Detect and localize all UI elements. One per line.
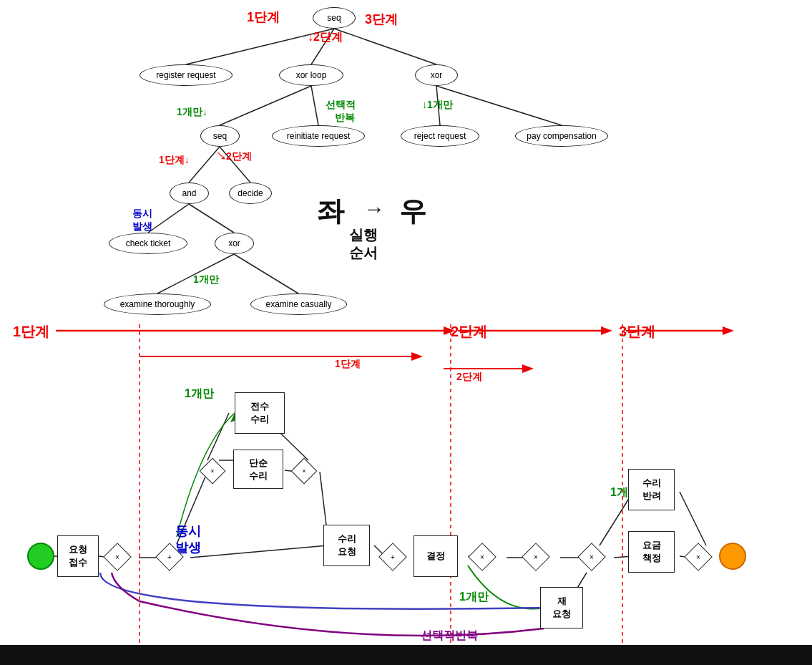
annot-2stage-mid: ↘2단계 bbox=[216, 150, 252, 163]
start-circle bbox=[27, 543, 54, 570]
svg-line-9 bbox=[148, 204, 189, 233]
node-examine-thoroughly: examine thoroughly bbox=[104, 293, 211, 315]
diamond-6: × bbox=[469, 543, 496, 571]
svg-line-10 bbox=[189, 204, 234, 233]
svg-line-2 bbox=[334, 29, 436, 64]
annot-selective: 선택적 bbox=[326, 99, 356, 112]
rect-re-request: 재요청 bbox=[540, 587, 583, 628]
annot-1only-right: ↓1개만 bbox=[422, 99, 453, 112]
diamond-7: × bbox=[522, 543, 549, 571]
svg-line-6 bbox=[436, 86, 562, 125]
annot-1stage-mid: 1단계↓ bbox=[159, 154, 190, 167]
rect-request-receive: 요청접수 bbox=[57, 535, 99, 577]
diamond-8: × bbox=[578, 543, 605, 571]
rect-suri-request: 수리요청 bbox=[323, 525, 370, 566]
node-decide: decide bbox=[229, 183, 272, 204]
svg-line-7 bbox=[189, 147, 220, 183]
annot-left: 좌 bbox=[317, 193, 344, 230]
rect-jeonsu-suri: 전수수리 bbox=[235, 392, 285, 434]
bottom-bar bbox=[0, 645, 812, 665]
annot-selective-repeat: 선택적반복 bbox=[421, 628, 478, 644]
node-reject-request: reject request bbox=[401, 125, 479, 147]
diagram-canvas: seq register request xor loop xor seq re… bbox=[0, 0, 812, 665]
end-circle bbox=[719, 543, 746, 570]
node-reinitiate: reinitiate request bbox=[272, 125, 365, 147]
node-and: and bbox=[170, 183, 209, 204]
svg-line-31 bbox=[207, 413, 229, 460]
diamond-3: × bbox=[200, 459, 225, 483]
svg-line-3 bbox=[220, 86, 311, 125]
annot-1only-left: 1개만↓ bbox=[177, 106, 207, 119]
rect-fee: 요금책정 bbox=[628, 531, 675, 573]
annot-2stage-top: ↓2단계 bbox=[308, 30, 343, 45]
diamond-1: × bbox=[104, 543, 131, 571]
node-examine-casually: examine casually bbox=[250, 293, 347, 315]
annot-1stage-sub: 1단계 bbox=[335, 358, 361, 371]
node-check-ticket: check ticket bbox=[109, 233, 187, 254]
annot-right: 우 bbox=[399, 193, 426, 230]
svg-line-43 bbox=[680, 492, 706, 545]
annot-2stage-sub: 2단계 bbox=[456, 371, 482, 384]
svg-marker-20 bbox=[411, 352, 423, 361]
node-seq-root: seq bbox=[313, 7, 356, 29]
annot-1only-bottom: 1개만 bbox=[459, 590, 489, 605]
svg-marker-16 bbox=[601, 326, 612, 335]
annot-arrow-mid: → bbox=[363, 197, 385, 221]
annot-execution: 실행 bbox=[349, 225, 378, 245]
annot-1stage-top: 1단계 bbox=[247, 9, 280, 26]
annot-order: 순서 bbox=[349, 243, 378, 263]
annot-1stage-flow: 1단계 bbox=[13, 322, 49, 341]
svg-line-0 bbox=[186, 29, 334, 64]
svg-line-29 bbox=[190, 545, 328, 558]
svg-line-11 bbox=[157, 254, 234, 293]
svg-line-5 bbox=[436, 86, 440, 125]
svg-marker-18 bbox=[723, 326, 734, 335]
diamond-5: + bbox=[379, 543, 406, 571]
annot-repeat: 반복 bbox=[335, 112, 355, 125]
annot-concurrent-flow: 동시 bbox=[175, 523, 201, 540]
svg-line-8 bbox=[220, 147, 250, 183]
rect-gyeoljung: 결정 bbox=[414, 535, 458, 577]
annot-3stage-top: 3단계 bbox=[365, 11, 398, 28]
node-xor-bot: xor bbox=[215, 233, 254, 254]
annot-1only-flow: 1개만 bbox=[185, 387, 214, 402]
svg-marker-22 bbox=[522, 364, 534, 373]
node-pay-compensation: pay compensation bbox=[515, 125, 608, 147]
node-xor-top: xor bbox=[415, 64, 458, 86]
annot-concurrent: 동시 bbox=[132, 208, 152, 220]
annot-occur: 발생 bbox=[132, 220, 152, 233]
diamond-2: + bbox=[156, 543, 183, 571]
svg-line-12 bbox=[234, 254, 298, 293]
node-register-request: register request bbox=[140, 64, 233, 86]
svg-marker-14 bbox=[444, 326, 455, 335]
diamond-4: × bbox=[292, 459, 316, 483]
node-seq-mid: seq bbox=[200, 125, 240, 147]
svg-line-4 bbox=[311, 86, 318, 125]
rect-suri-return: 수리반려 bbox=[628, 469, 675, 510]
node-xor-loop: xor loop bbox=[279, 64, 343, 86]
annot-3stage-flow: 3단계 bbox=[619, 322, 655, 341]
svg-line-1 bbox=[311, 29, 334, 64]
rect-dansun-suri: 단순수리 bbox=[233, 450, 283, 489]
annot-2stage-flow: 2단계 bbox=[451, 322, 487, 341]
annot-1only-bot: 1개만 bbox=[193, 273, 219, 286]
diamond-9: × bbox=[685, 543, 712, 571]
